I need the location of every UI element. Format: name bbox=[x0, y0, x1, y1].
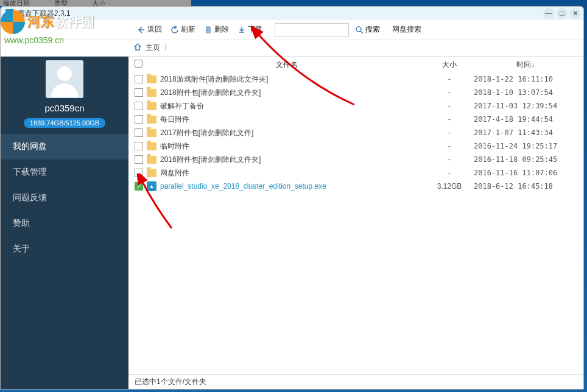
file-row[interactable]: 网盘附件-2016-11-16 11:07:06 bbox=[128, 166, 583, 180]
file-time: 2017-4-18 19:44:54 bbox=[474, 115, 577, 124]
status-bar: 已选中1个文件/文件夹 bbox=[128, 374, 583, 389]
sidebar: pc0359cn 1839.74GB/5125.00GB 我的网盘下载管理问题反… bbox=[1, 57, 128, 389]
avatar[interactable] bbox=[46, 60, 83, 98]
select-all-checkbox[interactable] bbox=[135, 60, 142, 68]
file-size: - bbox=[425, 75, 474, 83]
file-panel: 文件名 大小 时间↓ 2018游戏附件[请勿删除此文件夹]-2018-1-22 … bbox=[128, 57, 583, 389]
file-size: 3.12GB bbox=[425, 182, 474, 191]
folder-icon bbox=[147, 156, 156, 164]
file-row[interactable]: 临时附件-2016-11-24 19:25:17 bbox=[128, 139, 583, 153]
file-name: 网盘附件 bbox=[160, 168, 425, 178]
file-row[interactable]: 2018附件包[请勿删除此文件夹]-2018-1-10 13:07:54 bbox=[128, 86, 583, 99]
delete-button[interactable]: 删除 bbox=[200, 22, 233, 37]
home-icon[interactable] bbox=[133, 43, 142, 53]
search-box bbox=[275, 23, 349, 37]
column-time[interactable]: 时间↓ bbox=[474, 60, 577, 70]
file-time: 2018-1-10 13:07:54 bbox=[474, 88, 577, 97]
file-name: 2017附件包[请勿删除此文件] bbox=[160, 128, 425, 138]
file-time: 2017-1-07 11:43:34 bbox=[474, 128, 577, 137]
download-button[interactable]: 下载 bbox=[234, 22, 266, 37]
file-row[interactable]: ✓▲parallel_studio_xe_2018_cluster_editio… bbox=[128, 180, 583, 193]
file-time: 2016-11-18 09:25:45 bbox=[474, 155, 577, 164]
back-label: 返回 bbox=[147, 24, 162, 35]
maximize-button[interactable]: □ bbox=[557, 8, 568, 19]
delete-label: 删除 bbox=[214, 24, 229, 35]
search-icon bbox=[355, 26, 364, 34]
search-label: 搜索 bbox=[365, 24, 380, 35]
file-name: 破解补丁备份 bbox=[160, 101, 425, 111]
breadcrumb: 主页 〉 bbox=[1, 40, 583, 57]
app-icon bbox=[5, 9, 14, 18]
search-button[interactable]: 搜索 bbox=[350, 24, 385, 35]
file-name: 2018附件包[请勿删除此文件夹] bbox=[160, 88, 425, 98]
row-checkbox[interactable] bbox=[135, 102, 143, 110]
window-title: 魔盘下载器2.3.1 bbox=[18, 9, 71, 19]
folder-icon bbox=[147, 89, 156, 97]
folder-icon bbox=[147, 142, 156, 150]
file-size: - bbox=[425, 88, 474, 97]
folder-icon bbox=[147, 169, 156, 177]
folder-icon bbox=[147, 102, 156, 110]
file-size: - bbox=[425, 128, 474, 137]
row-checkbox[interactable] bbox=[135, 88, 143, 97]
minimize-button[interactable]: — bbox=[543, 8, 554, 19]
row-checkbox[interactable] bbox=[135, 155, 143, 164]
close-button[interactable]: ✕ bbox=[570, 8, 581, 19]
folder-icon bbox=[147, 116, 156, 124]
row-checkbox[interactable] bbox=[135, 142, 143, 150]
download-label: 下载 bbox=[248, 24, 262, 35]
file-icon: ▲ bbox=[147, 181, 156, 191]
svg-point-0 bbox=[356, 27, 361, 32]
back-button[interactable]: 返回 bbox=[133, 22, 166, 37]
file-list: 2018游戏附件[请勿删除此文件夹]-2018-1-22 16:11:10201… bbox=[128, 72, 583, 374]
sidebar-item-0[interactable]: 我的网盘 bbox=[1, 134, 128, 159]
refresh-button[interactable]: 刷新 bbox=[167, 22, 199, 37]
refresh-label: 刷新 bbox=[181, 24, 195, 35]
file-time: 2018-1-22 16:11:10 bbox=[474, 75, 577, 83]
sidebar-item-1[interactable]: 下载管理 bbox=[1, 159, 128, 185]
row-checkbox[interactable] bbox=[135, 75, 143, 83]
file-row[interactable]: 每日附件-2017-4-18 19:44:54 bbox=[128, 113, 583, 126]
refresh-icon bbox=[170, 26, 179, 34]
file-row[interactable]: 2018游戏附件[请勿删除此文件夹]-2018-1-22 16:11:10 bbox=[128, 72, 583, 86]
file-size: - bbox=[425, 142, 474, 150]
folder-icon bbox=[147, 129, 156, 137]
breadcrumb-separator: 〉 bbox=[164, 43, 171, 53]
web-search-button[interactable]: 网盘搜索 bbox=[392, 24, 421, 35]
breadcrumb-home[interactable]: 主页 bbox=[146, 43, 160, 53]
file-row[interactable]: 2016附件包[请勿删除此文件夹]-2016-11-18 09:25:45 bbox=[128, 153, 583, 166]
file-name: 2018游戏附件[请勿删除此文件夹] bbox=[160, 74, 425, 85]
sidebar-item-4[interactable]: 关于 bbox=[1, 236, 128, 262]
file-name: 每日附件 bbox=[160, 114, 425, 125]
storage-badge: 1839.74GB/5125.00GB bbox=[24, 118, 105, 128]
file-name: parallel_studio_xe_2018_cluster_edition_… bbox=[160, 182, 425, 191]
file-size: - bbox=[425, 155, 474, 164]
sidebar-item-2[interactable]: 问题反馈 bbox=[1, 185, 128, 211]
row-checkbox[interactable] bbox=[135, 115, 143, 124]
file-size: - bbox=[425, 169, 474, 177]
row-checkbox[interactable] bbox=[135, 128, 143, 137]
file-time: 2017-11-03 12:39:54 bbox=[474, 102, 577, 110]
toolbar: 返回 刷新 删除 下载 搜索 网盘搜 bbox=[1, 20, 583, 40]
file-row[interactable]: 破解补丁备份-2017-11-03 12:39:54 bbox=[128, 99, 583, 113]
row-checkbox[interactable]: ✓ bbox=[135, 182, 143, 191]
file-size: - bbox=[425, 102, 474, 110]
nav: 我的网盘下载管理问题反馈赞助关于 bbox=[1, 134, 128, 389]
file-size: - bbox=[425, 115, 474, 124]
sidebar-item-3[interactable]: 赞助 bbox=[1, 211, 128, 236]
file-row[interactable]: 2017附件包[请勿删除此文件]-2017-1-07 11:43:34 bbox=[128, 126, 583, 139]
search-input[interactable] bbox=[275, 26, 348, 34]
trash-icon bbox=[204, 26, 213, 34]
column-name[interactable]: 文件名 bbox=[148, 60, 425, 70]
app-window: 河东软件园 www.pc0359.cn 魔盘下载器2.3.1 — □ ✕ 返回 … bbox=[0, 6, 584, 390]
folder-icon bbox=[147, 75, 156, 83]
file-time: 2018-6-12 16:45:18 bbox=[474, 182, 577, 191]
username: pc0359cn bbox=[1, 103, 128, 113]
back-icon bbox=[137, 26, 146, 34]
file-name: 2016附件包[请勿删除此文件夹] bbox=[160, 155, 425, 165]
column-size[interactable]: 大小 bbox=[425, 60, 474, 70]
file-time: 2016-11-24 19:25:17 bbox=[474, 142, 577, 150]
file-time: 2016-11-16 11:07:06 bbox=[474, 169, 577, 177]
row-checkbox[interactable] bbox=[135, 169, 143, 177]
download-icon bbox=[237, 26, 246, 34]
